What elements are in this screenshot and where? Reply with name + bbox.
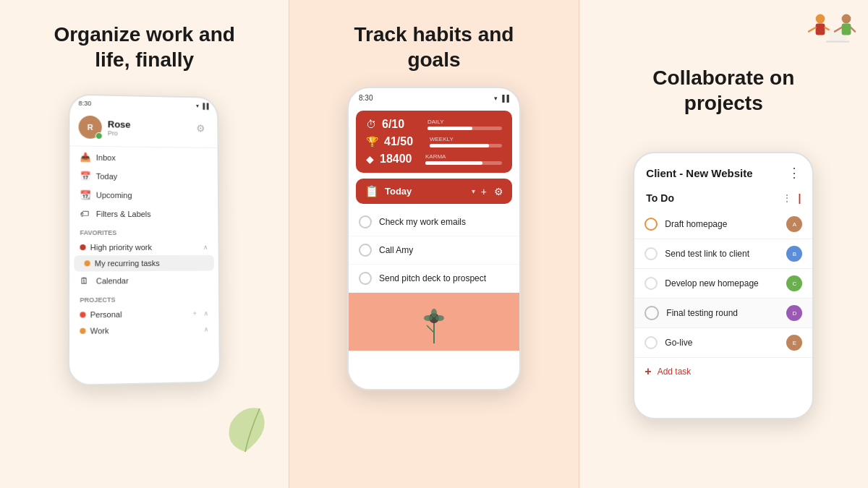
task-radio-2 — [644, 247, 658, 260]
svg-rect-11 — [842, 23, 851, 35]
task-row-4[interactable]: Final testing round D — [634, 299, 812, 328]
karma-weekly-bar: WEEKLY — [430, 136, 502, 147]
today-chevron-icon: ▾ — [472, 187, 475, 195]
project-personal[interactable]: Personal + ∧ — [69, 305, 218, 323]
add-task-row[interactable]: + Add task — [634, 358, 812, 385]
task-avatar-1: A — [786, 216, 802, 232]
section-menu-icon[interactable]: ⋮ — [782, 192, 792, 204]
nav-filters[interactable]: 🏷 Filters & Labels — [69, 205, 218, 224]
task-radio-5 — [644, 336, 658, 349]
today-label: Today — [385, 186, 466, 197]
today-list-icon: 📋 — [365, 184, 379, 198]
fav-dot-orange — [84, 260, 90, 266]
profile-sub: Pro — [107, 129, 130, 137]
profile-name: Rose — [107, 119, 130, 129]
project-header: Client - New Website ⋮ — [634, 153, 812, 187]
task-radio-3 — [644, 277, 658, 290]
task-row-2[interactable]: Send test link to client B — [634, 239, 812, 269]
task-circle-2 — [359, 244, 372, 257]
upcoming-icon: 📆 — [80, 190, 90, 200]
phone-bottom-decoration — [349, 293, 519, 351]
task-label-2: Send test link to client — [665, 249, 779, 259]
center-panel: Track habits and goals 8:30 ▾ ▐▐ ⏱ 6/10 … — [289, 0, 579, 488]
status-icons-left: ▾ ▐▐ — [195, 103, 208, 109]
fav-recurring[interactable]: My recurring tasks — [74, 255, 214, 272]
svg-point-4 — [435, 315, 444, 321]
wifi-icon: ▾ — [195, 103, 198, 109]
project-work-chevron: ∧ — [203, 325, 208, 333]
add-icon[interactable]: + — [481, 186, 487, 197]
add-project-icon[interactable]: + — [192, 310, 196, 317]
calendar-icon: 🗓 — [80, 276, 90, 286]
task-row-3[interactable]: Develop new homepage C — [634, 269, 812, 299]
nav-inbox-label: Inbox — [95, 153, 115, 162]
profile-info: Rose Pro — [107, 119, 130, 137]
karma-weekly-row: 🏆 41/50 WEEKLY — [366, 135, 502, 148]
left-phone: 8:30 ▾ ▐▐ R Rose Pro ⚙ 📥 Inbox 📅 — [68, 94, 221, 386]
today-header[interactable]: 📋 Today ▾ + ⚙ — [356, 179, 512, 204]
avatar: R — [78, 116, 101, 139]
karma-card: ⏱ 6/10 DAILY 🏆 41/50 WEEKLY ◆ 18400 — [356, 111, 512, 173]
flower-svg — [412, 307, 456, 343]
task-radio-4 — [644, 306, 659, 320]
karma-daily-bar: DAILY — [427, 119, 502, 130]
karma-icon: ◆ — [366, 153, 374, 165]
project-title: Client - New Website — [646, 167, 752, 179]
task-circle-3 — [359, 272, 372, 285]
project-menu-icon[interactable]: ⋮ — [788, 165, 801, 181]
task-item-3[interactable]: Send pitch deck to prospect — [349, 265, 519, 293]
karma-daily-row: ⏱ 6/10 DAILY — [366, 118, 502, 131]
nav-upcoming[interactable]: 📆 Upcoming — [69, 185, 218, 205]
nav-today[interactable]: 📅 Today — [69, 166, 218, 187]
svg-point-6 — [816, 14, 825, 24]
today-icon: 📅 — [80, 171, 90, 181]
timer-icon: ⏱ — [366, 119, 376, 130]
task-text-3: Send pitch deck to prospect — [379, 273, 486, 283]
nav-calendar[interactable]: 🗓 Calendar — [69, 271, 218, 291]
project-work[interactable]: Work ∧ — [69, 321, 218, 339]
task-avatar-3: C — [786, 275, 802, 291]
leaf-decoration — [216, 401, 274, 459]
karma-daily-value: 6/10 — [382, 118, 422, 131]
task-avatar-4: D — [786, 305, 802, 321]
karma-score-bar: KARMA — [425, 153, 502, 165]
task-item-1[interactable]: Check my work emails — [349, 208, 519, 236]
favorites-label: Favorites — [69, 223, 218, 239]
center-phone: 8:30 ▾ ▐▐ ⏱ 6/10 DAILY 🏆 41/50 — [347, 87, 521, 390]
nav-today-label: Today — [95, 172, 116, 181]
task-row-1[interactable]: Draft homepage A — [634, 210, 812, 239]
section-header: To Do ⋮ | — [634, 187, 812, 210]
section-add-icon[interactable]: | — [798, 192, 801, 204]
svg-point-3 — [424, 315, 433, 321]
karma-daily-label: DAILY — [427, 119, 502, 125]
karma-score-value: 18400 — [380, 153, 420, 166]
fav-arrow-up: ∧ — [203, 244, 208, 251]
nav-calendar-label: Calendar — [95, 276, 128, 285]
task-row-5[interactable]: Go-live E — [634, 328, 812, 358]
avatar-initials: R — [87, 123, 93, 132]
trophy-icon: 🏆 — [366, 136, 378, 147]
task-label-3: Develop new homepage — [665, 278, 779, 288]
today-actions: + ⚙ — [481, 186, 503, 197]
karma-weekly-label: WEEKLY — [430, 136, 502, 142]
svg-point-10 — [842, 14, 851, 24]
fav-high-label: High priority work — [90, 243, 151, 252]
nav-filters-label: Filters & Labels — [95, 210, 150, 218]
task-label-4: Final testing round — [666, 308, 779, 318]
illustration-top-right — [803, 7, 861, 51]
svg-rect-9 — [826, 40, 849, 42]
filters-icon: 🏷 — [80, 209, 90, 219]
task-circle-1 — [359, 215, 372, 228]
gear-icon[interactable]: ⚙ — [196, 123, 209, 136]
project-work-label: Work — [90, 326, 109, 335]
nav-upcoming-label: Upcoming — [95, 191, 132, 200]
svg-line-1 — [427, 325, 434, 333]
status-time-left: 8:30 — [78, 100, 91, 107]
nav-inbox[interactable]: 📥 Inbox — [69, 147, 217, 168]
task-item-2[interactable]: Call Amy — [349, 236, 519, 265]
left-panel: Organize work and life, finally 8:30 ▾ ▐… — [0, 0, 289, 488]
settings-icon[interactable]: ⚙ — [494, 186, 503, 197]
inbox-icon: 📥 — [80, 153, 90, 163]
signal-icon: ▐▐ — [200, 103, 208, 109]
fav-high-priority[interactable]: High priority work ∧ — [69, 239, 218, 255]
